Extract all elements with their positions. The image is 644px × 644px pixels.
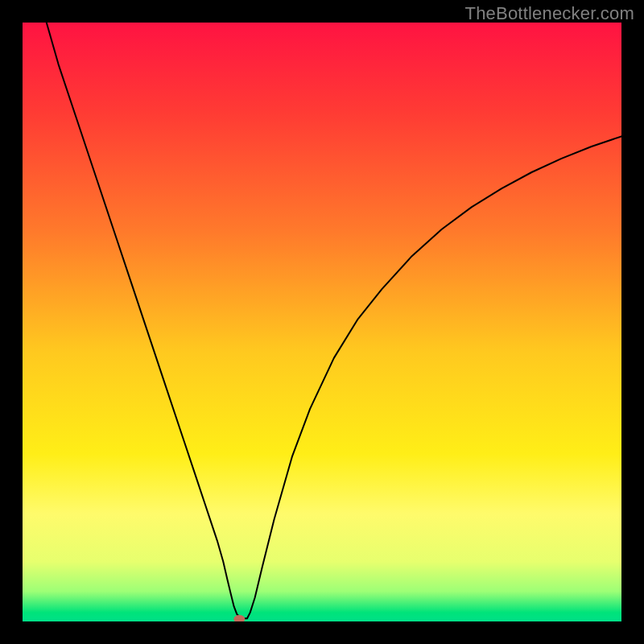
chart-background [23, 23, 621, 621]
plot-area [23, 23, 621, 621]
watermark-text: TheBottlenecker.com [465, 3, 634, 24]
chart-svg [23, 23, 621, 621]
chart-container: TheBottlenecker.com [0, 0, 644, 644]
